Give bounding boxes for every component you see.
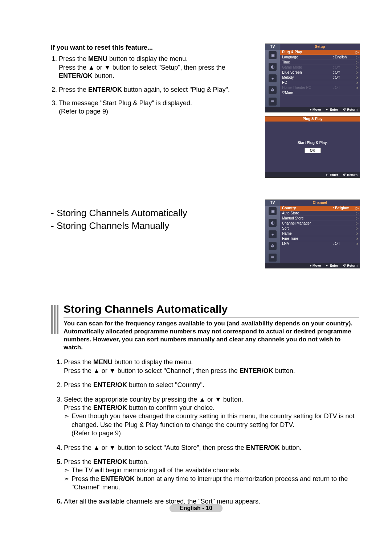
osd-row[interactable]: Melody: Off▷ (280, 75, 360, 80)
enter-bold: ENTER/OK (88, 86, 122, 93)
section-bars-icon (51, 303, 58, 334)
foot-return: ↺ Return (343, 263, 358, 268)
menu-bold: MENU (88, 55, 107, 62)
t: button. (93, 72, 114, 79)
mid-line-2: - Storing Channels Manually (51, 219, 258, 232)
t: button to display the menu. (107, 55, 188, 62)
section-intro: You can scan for the frequency ranges av… (64, 320, 359, 352)
osd-row[interactable]: Country: Belgium▷ (280, 206, 360, 211)
t: (Refer to page 9) (59, 108, 108, 115)
osd-row[interactable]: Sort▷ (280, 226, 360, 231)
foot-enter: ↵ Enter (326, 172, 338, 177)
step-5-note-2: Press the ENTER/OK button at any time to… (64, 475, 359, 492)
osd-row[interactable]: Auto Store▷ (280, 211, 360, 216)
osd-tv-label: TV (265, 44, 280, 50)
osd-icon-column: ▣ ◐ ● ✲ ≣ (265, 50, 280, 107)
osd-row[interactable]: Plug & Play▷ (280, 50, 360, 55)
osd-row[interactable]: Manual Store▷ (280, 216, 360, 221)
step-4: Press the ▲ or ▼ button to select "Auto … (64, 444, 359, 452)
osd-row[interactable]: Channel Manager▷ (280, 221, 360, 226)
osd-setup-list: Plug & Play▷Language: English▷Time▷Game … (280, 50, 360, 107)
step-5: Press the ENTER/OK button. The TV will b… (64, 458, 359, 492)
foot-enter: ↵ Enter (326, 263, 338, 268)
reset-step-3: The message "Start Plug & Play" is displ… (59, 99, 258, 116)
ok-button[interactable]: OK (305, 148, 321, 153)
reset-heading: If you want to reset this feature... (51, 44, 258, 52)
channel-icon: ● (269, 74, 277, 82)
osd-row[interactable]: Blue Screen: Off▷ (280, 70, 360, 75)
osd-row[interactable]: PC▷ (280, 80, 360, 85)
step-1: Press the MENU button to display the men… (64, 358, 359, 375)
osd-more: ▽More (280, 90, 360, 95)
step-2: Press the ENTER/OK button to select "Cou… (64, 381, 359, 389)
osd-row[interactable]: Fine Tune▷ (280, 236, 360, 241)
osd-setup: TV Setup ▣ ◐ ● ✲ ≣ Plug & Play▷Language:… (265, 44, 360, 112)
reset-step-1: Press the MENU button to display the men… (59, 55, 258, 80)
foot-move: ♦ Move (310, 263, 321, 268)
osd-row[interactable]: Home Theater PC: Off▷ (280, 85, 360, 90)
step-5-note-1: The TV will begin memorizing all of the … (64, 466, 359, 475)
page-footer: English - 10 (170, 504, 222, 512)
osd-row[interactable]: Time▷ (280, 60, 360, 65)
osd-plugplay: Plug & Play Start Plug & Play. OK ↵ Ente… (265, 116, 360, 178)
osd-row[interactable]: Language: English▷ (280, 55, 360, 60)
foot-return: ↺ Return (343, 172, 358, 177)
t: The message "Start Plug & Play" is displ… (59, 99, 192, 107)
step-3: Select the appropriate country by pressi… (64, 395, 359, 438)
sound-icon: ◐ (269, 219, 277, 227)
osd-title: Setup (280, 44, 360, 50)
osd-channel-list: Country: Belgium▷Auto Store▷Manual Store… (280, 206, 360, 263)
osd-row[interactable]: Name▷ (280, 231, 360, 236)
foot-return: ↺ Return (343, 107, 358, 112)
osd-plug-msg: Start Plug & Play. (298, 141, 328, 145)
osd-row[interactable]: LNA: Off▷ (280, 241, 360, 246)
osd-icon-column: ▣ ◐ ● ✲ ≣ (265, 206, 280, 263)
sound-icon: ◐ (269, 63, 277, 71)
foot-move: ♦ Move (310, 107, 321, 112)
osd-row[interactable]: Game Mode: Off▷ (280, 65, 360, 70)
section-title: Storing Channels Automatically (64, 303, 359, 317)
input-icon: ≣ (269, 98, 277, 106)
setup-icon: ✲ (269, 86, 277, 94)
mid-line-1: - Storing Channels Automatically (51, 207, 258, 219)
t: button again, to select "Plug & Play". (122, 86, 230, 93)
osd-channel: TV Channel ▣ ◐ ● ✲ ≣ Country: Belgium▷Au… (265, 200, 360, 268)
t: Press the (59, 86, 88, 93)
osd-plug-title: Plug & Play (265, 116, 360, 122)
channel-icon: ● (269, 230, 277, 238)
enter-bold: ENTER/OK (59, 72, 93, 79)
t: Press the (59, 55, 88, 62)
setup-icon: ✲ (269, 242, 277, 250)
osd-title: Channel (280, 200, 360, 206)
picture-icon: ▣ (269, 51, 277, 59)
input-icon: ≣ (269, 254, 277, 262)
picture-icon: ▣ (269, 207, 277, 215)
osd-tv-label: TV (265, 200, 280, 206)
t: Press the ▲ or ▼ button to select "Setup… (59, 64, 225, 71)
foot-enter: ↵ Enter (326, 107, 338, 112)
step-3-note: Even though you have changed the country… (64, 412, 359, 438)
reset-step-2: Press the ENTER/OK button again, to sele… (59, 86, 258, 94)
